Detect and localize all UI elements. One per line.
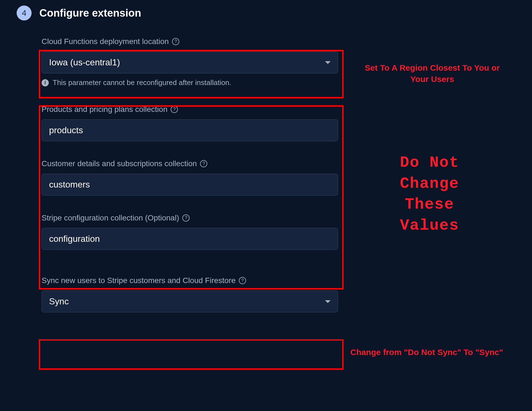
stripe-config-label: Stripe configuration collection (Optiona… bbox=[42, 214, 190, 222]
info-icon: i bbox=[42, 79, 49, 86]
location-info-row: i This parameter cannot be reconfigured … bbox=[42, 78, 338, 87]
customers-input[interactable] bbox=[42, 174, 338, 196]
sync-label: Sync new users to Stripe customers and C… bbox=[42, 276, 246, 285]
help-icon[interactable]: ? bbox=[182, 214, 190, 222]
sync-select[interactable]: Sync bbox=[42, 291, 338, 312]
products-label: Products and pricing plans collection ? bbox=[42, 105, 178, 114]
help-icon[interactable]: ? bbox=[200, 160, 207, 167]
annotation-region: Set To A Region Closest To You or Your U… bbox=[355, 62, 510, 85]
customers-label: Customer details and subscriptions colle… bbox=[42, 159, 207, 168]
help-icon[interactable]: ? bbox=[172, 38, 179, 45]
products-input[interactable] bbox=[42, 119, 338, 141]
annotation-box-sync bbox=[39, 339, 344, 370]
sync-value: Sync bbox=[49, 296, 69, 307]
help-icon[interactable]: ? bbox=[239, 277, 246, 284]
help-icon[interactable]: ? bbox=[171, 106, 178, 113]
chevron-down-icon bbox=[325, 61, 331, 64]
chevron-down-icon bbox=[325, 300, 331, 303]
location-label: Cloud Functions deployment location ? bbox=[42, 37, 179, 46]
annotation-sync: Change from "Do Not Sync" To "Sync" bbox=[349, 347, 504, 358]
location-select[interactable]: Iowa (us-central1) bbox=[42, 52, 338, 73]
step-number-badge: 4 bbox=[17, 6, 32, 20]
step-header: 4 Configure extension bbox=[17, 6, 515, 20]
location-info-text: This parameter cannot be reconfigured af… bbox=[53, 78, 231, 87]
annotation-nochange: Do Not Change These Values bbox=[355, 152, 504, 236]
stripe-config-input[interactable] bbox=[42, 228, 338, 250]
page-title: Configure extension bbox=[39, 7, 141, 19]
location-value: Iowa (us-central1) bbox=[49, 57, 120, 68]
